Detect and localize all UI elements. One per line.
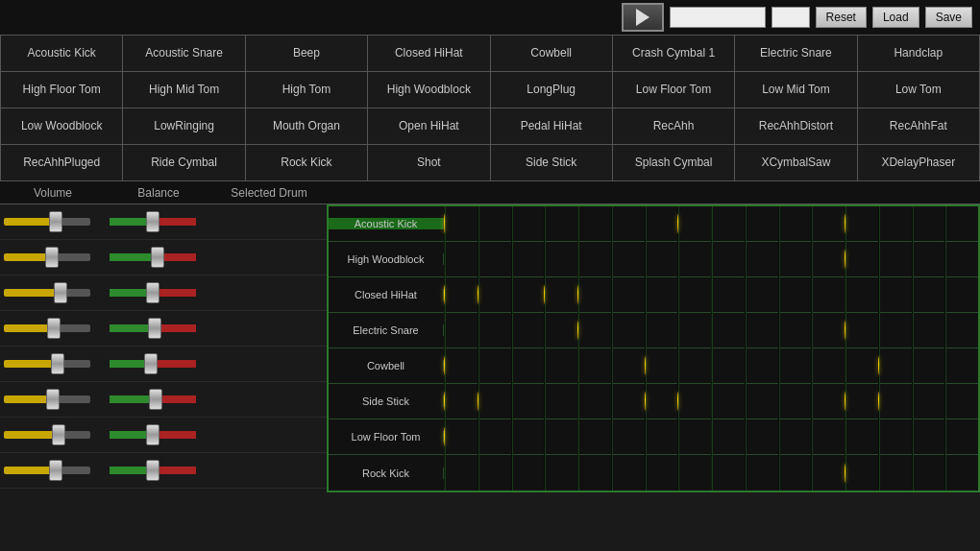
seq-cell-7-7[interactable] [677, 455, 679, 491]
drum-cell-shot[interactable]: Shot [368, 145, 490, 181]
seq-cell-6-15[interactable] [944, 419, 946, 455]
seq-cell-7-10[interactable] [778, 455, 780, 491]
seq-cell-1-5[interactable] [611, 242, 613, 277]
balance-slider-6[interactable] [110, 431, 206, 439]
drum-cell-xdelayphaser[interactable]: XDelayPhaser [858, 145, 980, 181]
seq-cell-2-10[interactable] [778, 277, 780, 313]
seq-cell-1-6[interactable] [645, 242, 647, 277]
seq-cell-2-7[interactable] [677, 277, 679, 313]
volume-slider-4[interactable] [4, 360, 100, 368]
seq-cell-6-0[interactable] [444, 419, 446, 455]
seq-cell-6-9[interactable] [745, 419, 747, 455]
seq-cell-5-15[interactable] [944, 384, 946, 419]
drum-cell-crash-cymbal-1[interactable]: Crash Cymbal 1 [613, 36, 735, 72]
drum-cell-low-floor-tom[interactable]: Low Floor Tom [613, 72, 735, 108]
seq-cell-6-2[interactable] [511, 419, 513, 455]
seq-cell-2-0[interactable] [444, 277, 446, 313]
drum-cell-low-tom[interactable]: Low Tom [858, 72, 980, 108]
seq-cell-3-3[interactable] [544, 313, 546, 348]
drum-cell-longplug[interactable]: LongPlug [491, 72, 613, 108]
seq-label-7[interactable]: Rock Kick [329, 467, 444, 479]
volume-slider-0[interactable] [4, 218, 100, 226]
seq-cell-0-15[interactable] [944, 206, 946, 242]
volume-slider-7[interactable] [4, 467, 100, 474]
seq-cell-4-6[interactable] [645, 348, 647, 384]
seq-cell-1-15[interactable] [944, 242, 946, 277]
seq-label-3[interactable]: Electric Snare [329, 324, 444, 336]
volume-slider-1[interactable] [4, 253, 100, 261]
seq-cell-2-11[interactable] [811, 277, 813, 313]
save-button[interactable]: Save [925, 7, 972, 28]
seq-cell-1-4[interactable] [577, 242, 579, 277]
drum-cell-recahhfat[interactable]: RecAhhFat [858, 108, 980, 145]
seq-cell-4-12[interactable] [845, 348, 846, 384]
drum-cell-high-mid-tom[interactable]: High Mid Tom [123, 72, 245, 108]
balance-slider-5[interactable] [110, 395, 206, 403]
drum-cell-rock-kick[interactable]: Rock Kick [246, 145, 368, 181]
seq-cell-2-9[interactable] [745, 277, 747, 313]
seq-cell-6-14[interactable] [912, 419, 914, 455]
seq-cell-3-13[interactable] [878, 313, 880, 348]
seq-cell-6-4[interactable] [577, 419, 579, 455]
seq-cell-6-6[interactable] [645, 419, 647, 455]
drum-cell-high-woodblock[interactable]: High Woodblock [368, 72, 490, 108]
balance-slider-2[interactable] [110, 289, 206, 297]
seq-cell-7-1[interactable] [478, 455, 479, 491]
seq-cell-7-15[interactable] [944, 455, 946, 491]
seq-cell-1-11[interactable] [811, 242, 813, 277]
load-button[interactable]: Load [872, 7, 919, 28]
seq-cell-7-5[interactable] [611, 455, 613, 491]
drum-cell-splash-cymbal[interactable]: Splash Cymbal [613, 145, 735, 181]
seq-cell-5-10[interactable] [778, 384, 780, 419]
balance-slider-3[interactable] [110, 324, 206, 332]
drum-cell-handclap[interactable]: Handclap [858, 36, 980, 72]
seq-cell-5-1[interactable] [478, 384, 479, 419]
seq-cell-3-12[interactable] [845, 313, 846, 348]
seq-cell-0-10[interactable] [778, 206, 780, 242]
seq-cell-1-2[interactable] [511, 242, 513, 277]
balance-slider-0[interactable] [110, 218, 206, 226]
volume-slider-5[interactable] [4, 395, 100, 403]
seq-cell-5-9[interactable] [745, 384, 747, 419]
seq-cell-5-13[interactable] [878, 384, 880, 419]
seq-cell-4-13[interactable] [878, 348, 880, 384]
seq-cell-0-13[interactable] [878, 206, 880, 242]
seq-cell-6-5[interactable] [611, 419, 613, 455]
seq-cell-3-2[interactable] [511, 313, 513, 348]
extra-input[interactable] [772, 7, 810, 28]
seq-cell-6-11[interactable] [811, 419, 813, 455]
drum-cell-mouth-organ[interactable]: Mouth Organ [246, 108, 368, 145]
seq-cell-4-7[interactable] [677, 348, 679, 384]
seq-cell-1-3[interactable] [544, 242, 546, 277]
seq-cell-2-14[interactable] [912, 277, 914, 313]
seq-cell-6-1[interactable] [478, 419, 479, 455]
drum-cell-side-stick[interactable]: Side Stick [491, 145, 613, 181]
balance-slider-4[interactable] [110, 360, 206, 368]
seq-cell-1-8[interactable] [711, 242, 713, 277]
seq-cell-0-4[interactable] [577, 206, 579, 242]
drum-cell-cowbell[interactable]: Cowbell [491, 36, 613, 72]
seq-label-4[interactable]: Cowbell [329, 360, 444, 371]
drum-cell-lowringing[interactable]: LowRinging [123, 108, 245, 145]
seq-cell-3-4[interactable] [577, 313, 579, 348]
seq-cell-1-1[interactable] [478, 242, 479, 277]
seq-cell-6-13[interactable] [878, 419, 880, 455]
seq-cell-2-1[interactable] [478, 277, 479, 313]
seq-cell-5-8[interactable] [711, 384, 713, 419]
drum-cell-pedal-hihat[interactable]: Pedal HiHat [491, 108, 613, 145]
seq-cell-3-6[interactable] [645, 313, 647, 348]
drum-cell-acoustic-kick[interactable]: Acoustic Kick [1, 36, 123, 72]
seq-cell-3-14[interactable] [912, 313, 914, 348]
volume-slider-6[interactable] [4, 431, 100, 439]
seq-cell-2-6[interactable] [645, 277, 647, 313]
drum-cell-low-mid-tom[interactable]: Low Mid Tom [735, 72, 857, 108]
seq-cell-7-12[interactable] [845, 455, 846, 491]
drum-cell-recahhdistort[interactable]: RecAhhDistort [735, 108, 857, 145]
seq-cell-7-2[interactable] [511, 455, 513, 491]
seq-cell-6-3[interactable] [544, 419, 546, 455]
seq-label-6[interactable]: Low Floor Tom [329, 431, 444, 443]
seq-cell-3-11[interactable] [811, 313, 813, 348]
drum-cell-recahh[interactable]: RecAhh [613, 108, 735, 145]
seq-cell-6-10[interactable] [778, 419, 780, 455]
seq-cell-0-11[interactable] [811, 206, 813, 242]
